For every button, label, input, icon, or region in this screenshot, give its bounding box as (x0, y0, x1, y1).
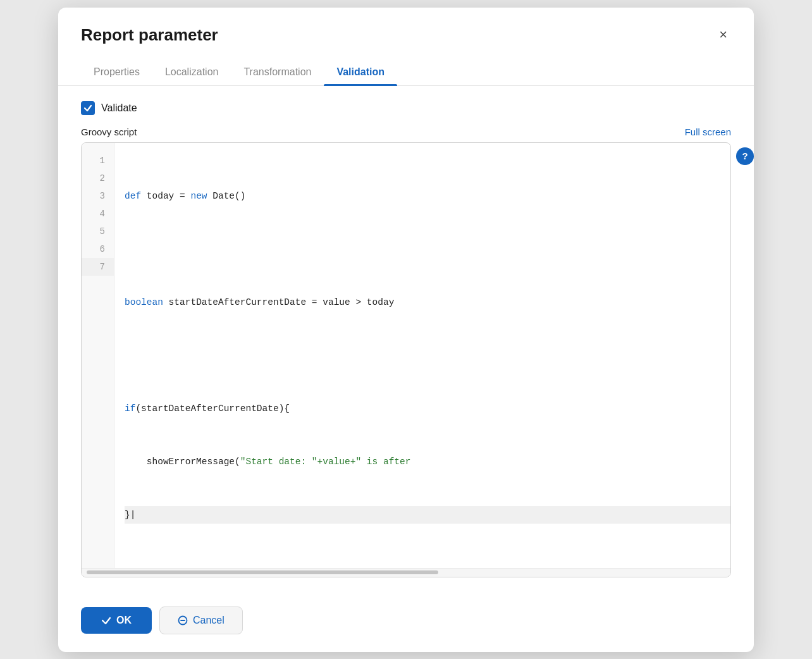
code-line-4 (125, 347, 730, 364)
code-line-7: }| (125, 506, 730, 524)
validate-checkbox[interactable] (81, 101, 95, 115)
tab-localization[interactable]: Localization (152, 60, 231, 85)
tab-transformation[interactable]: Transformation (231, 60, 324, 85)
code-content[interactable]: def today = new Date() boolean startDate… (114, 143, 730, 568)
line-numbers: 1 2 3 4 5 6 7 (82, 143, 114, 568)
dialog-body: Validate Groovy script Full screen 1 2 3… (58, 86, 754, 595)
report-parameter-dialog: Report parameter × Properties Localizati… (58, 8, 754, 652)
code-line-5: if(startDateAfterCurrentDate){ (125, 400, 730, 417)
dialog-title: Report parameter (81, 25, 218, 45)
ok-label: OK (116, 615, 132, 626)
code-line-2 (125, 240, 730, 258)
validate-label: Validate (101, 102, 137, 114)
tabs-container: Properties Localization Transformation V… (58, 55, 754, 86)
ok-button[interactable]: OK (81, 607, 152, 634)
line-num-2: 2 (82, 169, 114, 187)
line-num-7: 7 (82, 258, 114, 276)
line-num-3: 3 (82, 187, 114, 205)
ok-checkmark-icon (101, 615, 111, 625)
scrollbar-thumb (87, 570, 438, 574)
code-line-6: showErrorMessage("Start date: "+value+" … (125, 453, 730, 471)
close-button[interactable]: × (715, 25, 731, 44)
code-editor-wrapper: 1 2 3 4 5 6 7 def today = new Date() boo… (81, 142, 731, 577)
tab-validation[interactable]: Validation (324, 60, 397, 85)
dialog-footer: OK Cancel (58, 595, 754, 652)
script-header: Groovy script Full screen (81, 126, 731, 137)
line-num-5: 5 (82, 223, 114, 240)
cancel-button[interactable]: Cancel (159, 607, 243, 634)
line-num-4: 4 (82, 205, 114, 223)
code-editor[interactable]: 1 2 3 4 5 6 7 def today = new Date() boo… (81, 142, 731, 577)
code-line-3: boolean startDateAfterCurrentDate = valu… (125, 293, 730, 311)
cancel-label: Cancel (193, 615, 225, 626)
line-num-6: 6 (82, 240, 114, 258)
groovy-script-label: Groovy script (81, 126, 137, 137)
code-area: 1 2 3 4 5 6 7 def today = new Date() boo… (82, 143, 730, 568)
tab-properties[interactable]: Properties (81, 60, 152, 85)
dialog-header: Report parameter × (58, 8, 754, 55)
horizontal-scrollbar[interactable] (82, 568, 730, 577)
validate-row: Validate (81, 101, 731, 115)
cancel-icon (178, 615, 188, 625)
checkmark-icon (83, 104, 92, 113)
line-num-1: 1 (82, 152, 114, 169)
help-icon[interactable]: ? (736, 147, 754, 165)
fullscreen-button[interactable]: Full screen (685, 126, 731, 137)
code-line-1: def today = new Date() (125, 187, 730, 205)
